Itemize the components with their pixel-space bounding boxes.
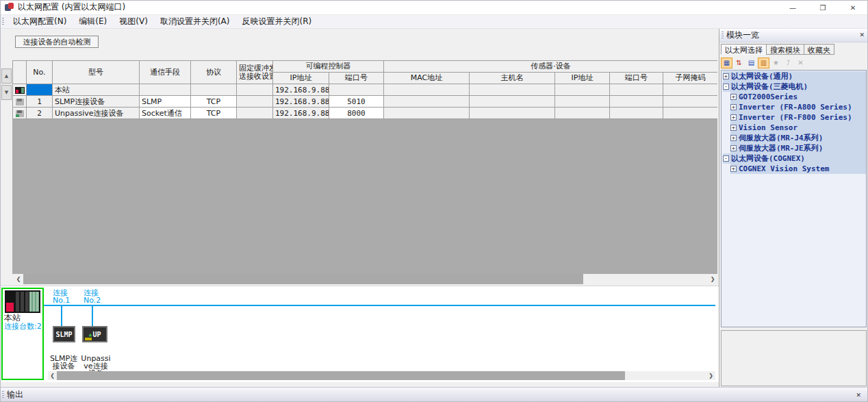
scroll-track[interactable] [57,371,706,380]
table-cell-port[interactable] [610,96,663,108]
menu-apply-close[interactable]: 反映设置并关闭(R) [235,14,318,29]
menu-view[interactable]: 视图(V) [113,14,154,29]
table-cell-model[interactable]: 本站 [53,84,140,96]
table-cell-subnet[interactable] [663,84,718,96]
output-close-icon[interactable]: ✕ [856,392,861,399]
table-cell-plc-ip[interactable]: 192.168.9.88 [273,108,329,119]
table-cell-protocol[interactable]: TCP [191,108,237,119]
table-cell-mac[interactable] [384,84,470,96]
device-slmp-icon[interactable]: SLMP [53,326,75,342]
group-view-icon[interactable]: ▥ [758,58,769,68]
scroll-right-button[interactable]: ❯ [708,274,717,284]
tree-item-ethernet-cognex[interactable]: -以太网设备(COGNEX) [723,153,866,164]
list-view-icon[interactable]: ▤ [745,58,757,68]
table-cell-no-selected[interactable] [27,84,53,96]
tab-favorites[interactable]: 收藏夹 [804,44,834,55]
row-up-button[interactable]: ▲ [1,68,12,84]
expand-icon[interactable]: + [730,114,737,121]
table-cell-mac[interactable] [384,108,470,119]
scroll-right-button[interactable]: ❯ [706,371,715,380]
table-cell-ip[interactable] [555,108,610,119]
tree-item-got2000[interactable]: +GOT2000Series [730,92,866,102]
col-subnet: 子网掩码 [663,73,718,84]
table-cell-fixed-buffer[interactable] [237,108,273,119]
expand-icon[interactable]: + [730,135,737,141]
collapse-icon[interactable]: - [723,155,729,162]
host-station-box[interactable]: 本站 连接台数:2 [1,288,44,380]
app-icon [5,3,14,12]
tree-item-inverter-f800[interactable]: +Inverter (FR-F800 Series) [730,112,866,123]
table-cell-plc-ip[interactable]: 192.168.9.88 [273,84,329,96]
table-cell-comm[interactable]: Socket通信 [140,108,191,119]
menu-ethernet-config[interactable]: 以太网配置(N) [7,14,73,29]
col-mac: MAC地址 [384,73,470,84]
socket-flag-icon: ▲ [89,331,92,338]
table-cell-plc-port[interactable]: 8000 [329,108,384,119]
autodetect-button[interactable]: 连接设备的自动检测 [15,36,99,48]
tree-item-ethernet-mitsubishi[interactable]: -以太网设备(三菱电机) [723,81,866,92]
table-cell-model[interactable]: Unpassive连接设备 [53,108,140,119]
expand-icon[interactable]: + [730,145,737,151]
minimize-button[interactable]: — [778,0,808,15]
tab-search-module[interactable]: 搜索模块 [766,44,804,55]
table-cell-plc-ip[interactable]: 192.168.9.88 [273,96,329,108]
tree-item-ethernet-generic[interactable]: +以太网设备(通用) [723,71,866,81]
expand-icon[interactable]: + [730,166,737,172]
panel-close-icon[interactable]: ✕ [859,32,865,38]
ethernet-bus-line [44,305,715,306]
table-cell-port[interactable] [610,108,663,119]
sort-icon[interactable]: ⇅ [733,58,745,68]
table-cell-hostname[interactable] [470,108,555,119]
table-cell-mac[interactable] [384,96,470,108]
col-ip: IP地址 [555,73,610,84]
menu-cancel-close[interactable]: 取消设置并关闭(A) [154,14,236,29]
row-down-button[interactable]: ▼ [1,85,12,100]
scroll-left-button[interactable]: ❮ [14,274,23,284]
tab-ethernet-selection[interactable]: 以太网选择 [721,44,767,55]
table-cell-plc-port[interactable] [329,84,384,96]
collapse-icon[interactable]: - [723,84,729,90]
table-cell-port[interactable] [610,84,663,96]
module-list-panel: 模块一览 ✕ 以太网选择 搜索模块 收藏夹 ▦ ⇅ ▤ ▥ ★ ⤴ ✕ +以太网… [719,29,868,387]
expand-icon[interactable]: + [730,125,737,131]
close-button[interactable]: ✕ [838,0,868,15]
col-port: 端口号 [610,73,663,84]
module-list-title: 模块一览 [726,29,759,41]
tree-item-servo-mrje[interactable]: +伺服放大器(MR-JE系列) [730,143,866,153]
scroll-track[interactable] [23,274,708,284]
window-controls: — ❐ ✕ [778,0,868,15]
table-cell-protocol[interactable] [191,84,237,96]
display-setting-icon[interactable]: ▦ [721,58,732,68]
table-cell-subnet[interactable] [663,96,718,108]
table-cell-subnet[interactable] [663,108,718,119]
tree-item-vision-sensor[interactable]: +Vision Sensor [730,123,866,133]
table-cell-model[interactable]: SLMP连接设备 [53,96,140,108]
table-cell-protocol[interactable]: TCP [191,96,237,108]
module-list-tabs: 以太网选择 搜索模块 收藏夹 [721,44,834,56]
table-cell-hostname[interactable] [470,84,555,96]
scroll-left-button[interactable]: ❮ [48,371,57,380]
table-cell-plc-port[interactable]: 5010 [329,96,384,108]
table-cell-ip[interactable] [555,84,610,96]
tree-item-servo-mrj4[interactable]: +伺服放大器(MR-J4系列) [730,133,866,143]
table-cell-no[interactable]: 1 [27,96,53,108]
tree-item-inverter-a800[interactable]: +Inverter (FR-A800 Series) [730,102,866,112]
menu-edit[interactable]: 编辑(E) [73,14,113,29]
table-cell-comm[interactable]: SLMP [140,96,191,108]
device-icon [13,96,27,108]
table-cell-comm[interactable] [140,84,191,96]
table-cell-hostname[interactable] [470,96,555,108]
scroll-thumb[interactable] [57,371,625,380]
table-cell-ip[interactable] [555,96,610,108]
device-unpassive-icon[interactable]: ▲ UP [82,326,107,342]
table-cell-fixed-buffer[interactable] [237,96,273,108]
scroll-thumb[interactable] [23,274,583,284]
expand-icon[interactable]: + [723,73,729,79]
expand-icon[interactable]: + [730,94,737,100]
table-cell-no[interactable]: 2 [27,108,53,119]
connection-2-line [92,306,93,327]
table-cell-fixed-buffer[interactable] [237,84,273,96]
expand-icon[interactable]: + [730,104,737,110]
tree-item-cognex-vision[interactable]: +COGNEX Vision System [730,164,866,174]
maximize-button[interactable]: ❐ [808,0,838,15]
